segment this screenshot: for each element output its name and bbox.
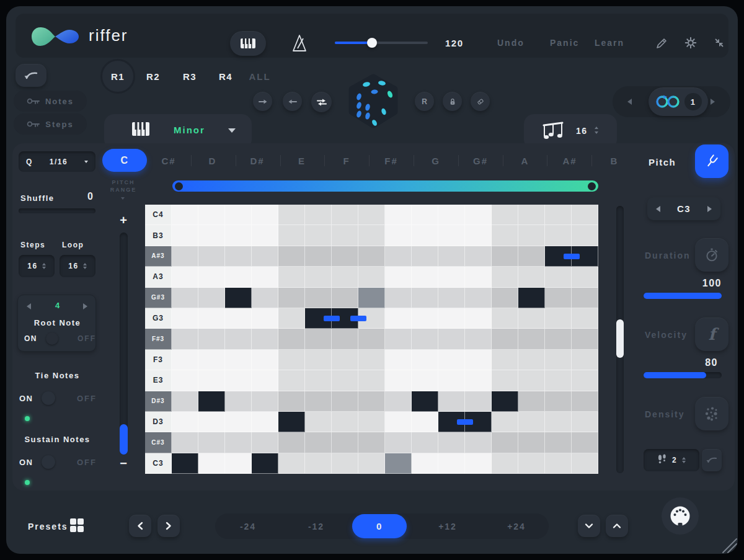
lock-steps-pill[interactable]: Steps — [14, 113, 87, 135]
grid-cell[interactable] — [225, 370, 252, 391]
grid-cell[interactable] — [465, 391, 492, 412]
grid-cell[interactable] — [492, 308, 518, 329]
grid-cell[interactable] — [172, 432, 198, 453]
gear-icon[interactable] — [684, 36, 698, 50]
grid-cell[interactable] — [518, 308, 545, 329]
note-cell[interactable] — [198, 391, 225, 412]
root-next-button[interactable] — [83, 303, 87, 309]
grid-cell[interactable] — [358, 370, 385, 391]
grid-cell[interactable] — [492, 350, 518, 370]
grid-cell[interactable] — [412, 308, 438, 329]
grid-scrollbar-handle[interactable] — [616, 319, 624, 358]
grid-cell[interactable] — [278, 329, 305, 349]
pitch-range-gradient-slider[interactable] — [172, 180, 598, 192]
grid-cell[interactable] — [252, 246, 278, 267]
grid-cell[interactable] — [278, 370, 305, 391]
grid-cell[interactable] — [278, 225, 305, 246]
grid-cell[interactable] — [332, 225, 358, 246]
presets-label[interactable]: Presets — [28, 522, 68, 531]
grid-cell[interactable] — [465, 329, 492, 349]
grid-cell[interactable] — [198, 350, 225, 370]
grid-cell[interactable] — [385, 329, 412, 349]
grid-cell[interactable] — [305, 412, 332, 432]
grid-cell[interactable] — [465, 205, 492, 225]
pitch-range-vertical-track[interactable] — [120, 233, 128, 455]
grid-cell[interactable] — [225, 412, 252, 432]
stepper-down-icon[interactable] — [42, 267, 46, 269]
grid-cell[interactable] — [385, 267, 412, 287]
grid-cell[interactable] — [412, 225, 438, 246]
transpose-option[interactable]: -24 — [226, 513, 270, 539]
steps-stepper[interactable]: 16 — [19, 255, 55, 277]
grid-cell[interactable] — [172, 370, 198, 391]
transpose-option[interactable]: -12 — [294, 513, 338, 539]
tempo-slider-thumb[interactable] — [367, 38, 377, 48]
note-key[interactable]: E — [286, 154, 317, 167]
tempo-slider[interactable] — [335, 42, 428, 44]
grid-cell[interactable] — [518, 350, 545, 370]
grid-cell[interactable] — [172, 246, 198, 267]
grid-cell[interactable] — [278, 246, 305, 267]
grid-cell[interactable] — [492, 288, 518, 308]
grid-cell[interactable] — [385, 308, 412, 329]
grid-cell[interactable] — [225, 225, 252, 246]
loop-stepper[interactable]: 16 — [60, 255, 95, 277]
grid-cell[interactable] — [438, 225, 465, 246]
grid-cell[interactable] — [225, 453, 252, 474]
grid-cell[interactable] — [492, 370, 518, 391]
grid-cell[interactable] — [465, 308, 492, 329]
grid-cell[interactable] — [225, 205, 252, 225]
note-cell[interactable] — [252, 453, 278, 474]
grid-cell[interactable] — [412, 350, 438, 370]
grid-cell[interactable] — [572, 288, 598, 308]
grid-cell[interactable] — [278, 350, 305, 370]
grid-cell[interactable] — [252, 432, 278, 453]
learn-button[interactable]: Learn — [595, 38, 624, 48]
grid-cell[interactable] — [332, 288, 358, 308]
transpose-option-selected[interactable]: 0 — [352, 514, 407, 538]
grid-cell[interactable] — [358, 246, 385, 267]
grid-cell[interactable] — [412, 432, 438, 453]
note-cell[interactable] — [492, 391, 518, 412]
note-key[interactable]: C# — [153, 154, 184, 167]
grid-cell[interactable] — [358, 453, 385, 474]
grid-cell[interactable] — [465, 267, 492, 287]
riff-tab-all[interactable]: ALL — [246, 70, 274, 82]
density-button[interactable] — [695, 397, 728, 430]
grid-cell[interactable] — [252, 350, 278, 370]
prev-riff-button[interactable] — [129, 515, 151, 537]
pitch-range-minus-button[interactable]: − — [108, 456, 139, 471]
grid-cell[interactable] — [198, 267, 225, 287]
grid-cell[interactable] — [252, 308, 278, 329]
note-cell[interactable] — [412, 391, 438, 412]
grid-cell[interactable] — [572, 308, 598, 329]
note-key[interactable]: F# — [376, 154, 407, 167]
grid-cell[interactable] — [412, 267, 438, 287]
next-riff-button[interactable] — [157, 515, 180, 537]
note-key-c-selected[interactable]: C — [102, 149, 147, 172]
grid-cell[interactable] — [332, 350, 358, 370]
grid-cell[interactable] — [518, 370, 545, 391]
ghost-cell[interactable] — [358, 288, 385, 308]
grid-cell[interactable] — [198, 412, 225, 432]
riff-tab-r1-well[interactable]: R1 — [100, 59, 135, 94]
grid-cell[interactable] — [225, 391, 252, 412]
grid-cell[interactable] — [305, 432, 332, 453]
grid-cell[interactable] — [198, 205, 225, 225]
note-cell[interactable] — [518, 288, 545, 308]
stepper-down-icon[interactable] — [595, 131, 598, 134]
grid-cell[interactable] — [305, 205, 332, 225]
stepper-down-icon[interactable] — [83, 267, 87, 269]
grid-cell[interactable] — [385, 288, 412, 308]
collapse-arrows-icon[interactable] — [712, 36, 726, 50]
grid-cell[interactable] — [518, 432, 545, 453]
pitch-mode-button[interactable] — [695, 144, 728, 178]
grid-cell[interactable] — [332, 370, 358, 391]
grid-cell[interactable] — [332, 329, 358, 349]
grid-cell[interactable] — [225, 267, 252, 287]
grid-cell[interactable] — [545, 267, 572, 287]
metronome-icon[interactable] — [289, 33, 310, 54]
pitch-range-plus-button[interactable]: + — [108, 213, 139, 228]
grid-cell[interactable] — [305, 246, 332, 267]
grid-cell[interactable] — [572, 432, 598, 453]
